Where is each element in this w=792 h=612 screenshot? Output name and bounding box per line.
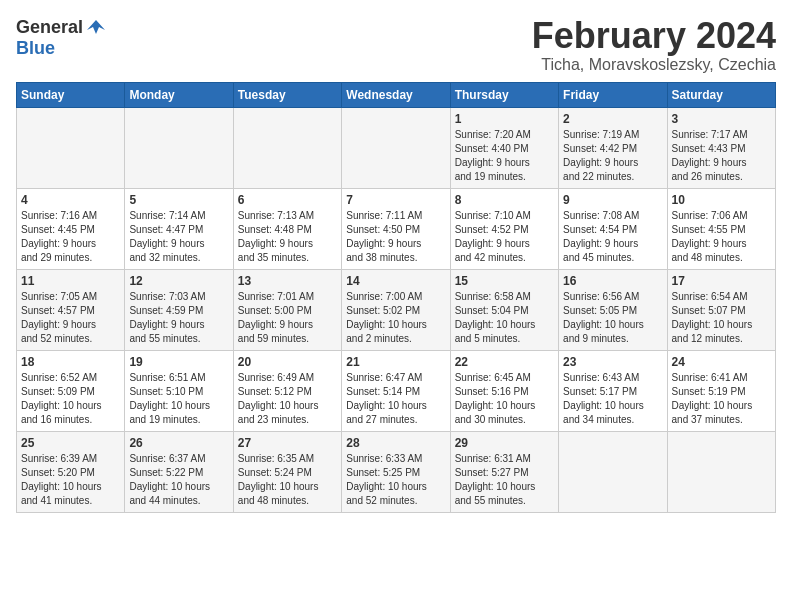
- day-content: Sunrise: 6:45 AM Sunset: 5:16 PM Dayligh…: [455, 371, 554, 427]
- day-number: 20: [238, 355, 337, 369]
- day-number: 14: [346, 274, 445, 288]
- day-number: 25: [21, 436, 120, 450]
- day-number: 27: [238, 436, 337, 450]
- day-number: 13: [238, 274, 337, 288]
- day-number: 16: [563, 274, 662, 288]
- calendar-cell: [17, 107, 125, 188]
- calendar-cell: 6Sunrise: 7:13 AM Sunset: 4:48 PM Daylig…: [233, 188, 341, 269]
- svg-marker-0: [87, 20, 105, 34]
- calendar-cell: 20Sunrise: 6:49 AM Sunset: 5:12 PM Dayli…: [233, 350, 341, 431]
- calendar-cell: 18Sunrise: 6:52 AM Sunset: 5:09 PM Dayli…: [17, 350, 125, 431]
- day-content: Sunrise: 6:35 AM Sunset: 5:24 PM Dayligh…: [238, 452, 337, 508]
- day-content: Sunrise: 6:41 AM Sunset: 5:19 PM Dayligh…: [672, 371, 771, 427]
- logo-general-text: General: [16, 17, 83, 38]
- calendar-cell: 12Sunrise: 7:03 AM Sunset: 4:59 PM Dayli…: [125, 269, 233, 350]
- title-area: February 2024 Ticha, Moravskoslezsky, Cz…: [532, 16, 776, 74]
- day-number: 23: [563, 355, 662, 369]
- day-number: 10: [672, 193, 771, 207]
- calendar-cell: [667, 431, 775, 512]
- calendar-cell: [342, 107, 450, 188]
- day-number: 6: [238, 193, 337, 207]
- day-header-monday: Monday: [125, 82, 233, 107]
- calendar-cell: 2Sunrise: 7:19 AM Sunset: 4:42 PM Daylig…: [559, 107, 667, 188]
- day-number: 7: [346, 193, 445, 207]
- day-content: Sunrise: 6:47 AM Sunset: 5:14 PM Dayligh…: [346, 371, 445, 427]
- day-content: Sunrise: 7:13 AM Sunset: 4:48 PM Dayligh…: [238, 209, 337, 265]
- day-number: 17: [672, 274, 771, 288]
- day-content: Sunrise: 6:43 AM Sunset: 5:17 PM Dayligh…: [563, 371, 662, 427]
- calendar-cell: 29Sunrise: 6:31 AM Sunset: 5:27 PM Dayli…: [450, 431, 558, 512]
- calendar-table: SundayMondayTuesdayWednesdayThursdayFrid…: [16, 82, 776, 513]
- day-content: Sunrise: 7:19 AM Sunset: 4:42 PM Dayligh…: [563, 128, 662, 184]
- calendar-week-4: 18Sunrise: 6:52 AM Sunset: 5:09 PM Dayli…: [17, 350, 776, 431]
- calendar-cell: 9Sunrise: 7:08 AM Sunset: 4:54 PM Daylig…: [559, 188, 667, 269]
- day-content: Sunrise: 6:52 AM Sunset: 5:09 PM Dayligh…: [21, 371, 120, 427]
- calendar-cell: 15Sunrise: 6:58 AM Sunset: 5:04 PM Dayli…: [450, 269, 558, 350]
- calendar-cell: 5Sunrise: 7:14 AM Sunset: 4:47 PM Daylig…: [125, 188, 233, 269]
- calendar-week-2: 4Sunrise: 7:16 AM Sunset: 4:45 PM Daylig…: [17, 188, 776, 269]
- calendar-cell: 16Sunrise: 6:56 AM Sunset: 5:05 PM Dayli…: [559, 269, 667, 350]
- month-title: February 2024: [532, 16, 776, 56]
- day-number: 1: [455, 112, 554, 126]
- calendar-header: SundayMondayTuesdayWednesdayThursdayFrid…: [17, 82, 776, 107]
- day-content: Sunrise: 7:11 AM Sunset: 4:50 PM Dayligh…: [346, 209, 445, 265]
- day-number: 19: [129, 355, 228, 369]
- calendar-cell: 7Sunrise: 7:11 AM Sunset: 4:50 PM Daylig…: [342, 188, 450, 269]
- day-content: Sunrise: 7:17 AM Sunset: 4:43 PM Dayligh…: [672, 128, 771, 184]
- calendar-cell: 22Sunrise: 6:45 AM Sunset: 5:16 PM Dayli…: [450, 350, 558, 431]
- calendar-cell: [233, 107, 341, 188]
- day-number: 18: [21, 355, 120, 369]
- logo-bird-icon: [85, 16, 107, 38]
- day-number: 22: [455, 355, 554, 369]
- day-number: 2: [563, 112, 662, 126]
- day-content: Sunrise: 7:01 AM Sunset: 5:00 PM Dayligh…: [238, 290, 337, 346]
- calendar-cell: 11Sunrise: 7:05 AM Sunset: 4:57 PM Dayli…: [17, 269, 125, 350]
- day-number: 24: [672, 355, 771, 369]
- day-header-wednesday: Wednesday: [342, 82, 450, 107]
- day-content: Sunrise: 7:16 AM Sunset: 4:45 PM Dayligh…: [21, 209, 120, 265]
- calendar-cell: 4Sunrise: 7:16 AM Sunset: 4:45 PM Daylig…: [17, 188, 125, 269]
- day-content: Sunrise: 6:31 AM Sunset: 5:27 PM Dayligh…: [455, 452, 554, 508]
- day-content: Sunrise: 7:10 AM Sunset: 4:52 PM Dayligh…: [455, 209, 554, 265]
- calendar-week-1: 1Sunrise: 7:20 AM Sunset: 4:40 PM Daylig…: [17, 107, 776, 188]
- day-content: Sunrise: 7:14 AM Sunset: 4:47 PM Dayligh…: [129, 209, 228, 265]
- day-number: 28: [346, 436, 445, 450]
- day-header-thursday: Thursday: [450, 82, 558, 107]
- day-number: 21: [346, 355, 445, 369]
- logo: General Blue: [16, 16, 107, 59]
- day-header-sunday: Sunday: [17, 82, 125, 107]
- day-number: 11: [21, 274, 120, 288]
- calendar-cell: [125, 107, 233, 188]
- calendar-week-5: 25Sunrise: 6:39 AM Sunset: 5:20 PM Dayli…: [17, 431, 776, 512]
- day-content: Sunrise: 6:39 AM Sunset: 5:20 PM Dayligh…: [21, 452, 120, 508]
- day-header-friday: Friday: [559, 82, 667, 107]
- calendar-cell: 28Sunrise: 6:33 AM Sunset: 5:25 PM Dayli…: [342, 431, 450, 512]
- calendar-cell: 10Sunrise: 7:06 AM Sunset: 4:55 PM Dayli…: [667, 188, 775, 269]
- calendar-cell: 21Sunrise: 6:47 AM Sunset: 5:14 PM Dayli…: [342, 350, 450, 431]
- calendar-cell: 13Sunrise: 7:01 AM Sunset: 5:00 PM Dayli…: [233, 269, 341, 350]
- day-content: Sunrise: 6:37 AM Sunset: 5:22 PM Dayligh…: [129, 452, 228, 508]
- day-number: 5: [129, 193, 228, 207]
- day-content: Sunrise: 6:51 AM Sunset: 5:10 PM Dayligh…: [129, 371, 228, 427]
- day-content: Sunrise: 7:08 AM Sunset: 4:54 PM Dayligh…: [563, 209, 662, 265]
- calendar-cell: 27Sunrise: 6:35 AM Sunset: 5:24 PM Dayli…: [233, 431, 341, 512]
- day-content: Sunrise: 7:20 AM Sunset: 4:40 PM Dayligh…: [455, 128, 554, 184]
- header-row: SundayMondayTuesdayWednesdayThursdayFrid…: [17, 82, 776, 107]
- day-content: Sunrise: 6:56 AM Sunset: 5:05 PM Dayligh…: [563, 290, 662, 346]
- day-content: Sunrise: 6:33 AM Sunset: 5:25 PM Dayligh…: [346, 452, 445, 508]
- calendar-cell: 24Sunrise: 6:41 AM Sunset: 5:19 PM Dayli…: [667, 350, 775, 431]
- day-content: Sunrise: 7:00 AM Sunset: 5:02 PM Dayligh…: [346, 290, 445, 346]
- calendar-cell: 8Sunrise: 7:10 AM Sunset: 4:52 PM Daylig…: [450, 188, 558, 269]
- day-number: 29: [455, 436, 554, 450]
- calendar-cell: 3Sunrise: 7:17 AM Sunset: 4:43 PM Daylig…: [667, 107, 775, 188]
- calendar-cell: 23Sunrise: 6:43 AM Sunset: 5:17 PM Dayli…: [559, 350, 667, 431]
- calendar-body: 1Sunrise: 7:20 AM Sunset: 4:40 PM Daylig…: [17, 107, 776, 512]
- day-number: 15: [455, 274, 554, 288]
- calendar-cell: 17Sunrise: 6:54 AM Sunset: 5:07 PM Dayli…: [667, 269, 775, 350]
- day-content: Sunrise: 7:03 AM Sunset: 4:59 PM Dayligh…: [129, 290, 228, 346]
- day-header-saturday: Saturday: [667, 82, 775, 107]
- day-content: Sunrise: 6:54 AM Sunset: 5:07 PM Dayligh…: [672, 290, 771, 346]
- calendar-cell: 19Sunrise: 6:51 AM Sunset: 5:10 PM Dayli…: [125, 350, 233, 431]
- day-content: Sunrise: 7:05 AM Sunset: 4:57 PM Dayligh…: [21, 290, 120, 346]
- day-number: 26: [129, 436, 228, 450]
